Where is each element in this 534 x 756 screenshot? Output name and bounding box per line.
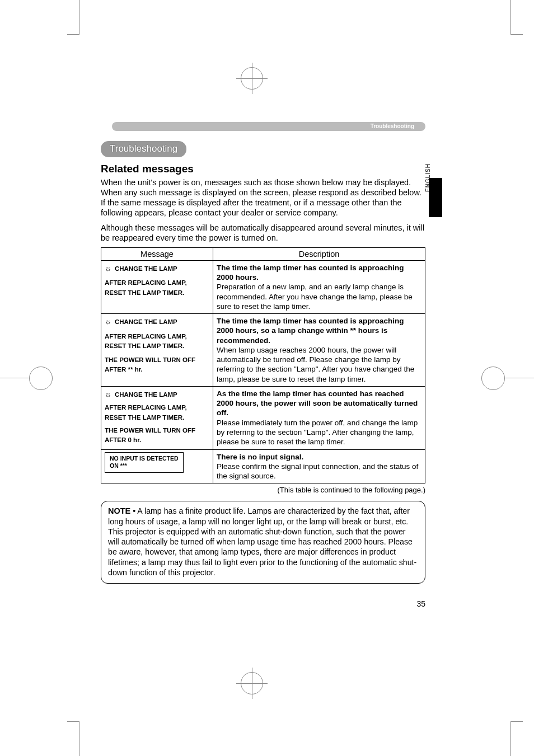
table-header-message: Message [101, 247, 213, 260]
msg-line: NO INPUT IS DETECTED [110, 455, 179, 462]
intro-paragraph-2: Although these messages will be automati… [101, 223, 425, 243]
print-mark [241, 672, 263, 694]
section-pill: Troubleshooting [101, 141, 186, 157]
message-cell: ☼CHANGE THE LAMP AFTER REPLACING LAMP, R… [101, 314, 213, 387]
table-header-description: Description [213, 247, 425, 260]
msg-line: CHANGE THE LAMP [115, 391, 177, 398]
content-area: Troubleshooting ENGLISH Troubleshooting … [101, 128, 425, 584]
description-cell: The time the lamp timer has counted is a… [213, 314, 425, 387]
table-row: ☼CHANGE THE LAMP AFTER REPLACING LAMP, R… [101, 314, 425, 387]
msg-line: THE POWER WILL TURN OFF AFTER ** hr. [105, 355, 209, 375]
description-cell: There is no input signal. Please confirm… [213, 449, 425, 483]
breadcrumb-label: Troubleshooting [365, 122, 420, 131]
msg-line: CHANGE THE LAMP [115, 318, 177, 325]
language-tab-text: ENGLISH [425, 185, 431, 192]
message-cell: ☼CHANGE THE LAMP AFTER REPLACING LAMP, R… [101, 260, 213, 313]
note-box: NOTE • A lamp has a finite product life.… [101, 501, 425, 584]
print-mark [489, 367, 534, 389]
print-mark [0, 367, 45, 389]
sun-icon: ☼ [105, 264, 111, 273]
description-cell: The time the lamp timer has counted is a… [213, 260, 425, 313]
msg-line: AFTER REPLACING LAMP, RESET THE LAMP TIM… [105, 278, 209, 298]
section-heading: Related messages [101, 163, 425, 175]
note-label: NOTE [108, 506, 130, 515]
desc-bold: As the time the lamp timer has counted h… [217, 389, 418, 417]
print-mark [510, 0, 523, 35]
print-mark [67, 0, 79, 35]
desc-bold: The time the lamp timer has counted is a… [217, 317, 404, 345]
desc-bold: There is no input signal. [217, 453, 303, 461]
boxed-message: NO INPUT IS DETECTED ON *** [105, 452, 184, 473]
desc-text: When lamp usage reaches 2000 hours, the … [217, 346, 414, 383]
desc-text: Please immediately turn the power off, a… [217, 419, 418, 447]
msg-line: AFTER REPLACING LAMP, RESET THE LAMP TIM… [105, 403, 209, 422]
message-cell: ☼CHANGE THE LAMP AFTER REPLACING LAMP, R… [101, 386, 213, 449]
intro-paragraph-1: When the unit's power is on, messages su… [101, 177, 425, 218]
desc-bold: The time the lamp timer has counted is a… [217, 264, 404, 281]
table-row: ☼CHANGE THE LAMP AFTER REPLACING LAMP, R… [101, 386, 425, 449]
print-mark [67, 721, 79, 756]
msg-line: THE POWER WILL TURN OFF AFTER 0 hr. [105, 426, 209, 445]
msg-line: ON *** [110, 462, 127, 469]
desc-text: Please confirm the signal input connecti… [217, 462, 418, 480]
sun-icon: ☼ [105, 317, 111, 326]
table-continued-note: (This table is continued to the followin… [101, 486, 425, 494]
print-mark [510, 721, 523, 756]
message-cell: NO INPUT IS DETECTED ON *** [101, 449, 213, 483]
breadcrumb-bar: Troubleshooting [112, 122, 425, 131]
table-row: NO INPUT IS DETECTED ON *** There is no … [101, 449, 425, 483]
page-root: Troubleshooting ENGLISH Troubleshooting … [0, 0, 534, 756]
description-cell: As the time the lamp timer has counted h… [213, 386, 425, 449]
msg-line: AFTER REPLACING LAMP, RESET THE LAMP TIM… [105, 332, 209, 351]
table-row: ☼CHANGE THE LAMP AFTER REPLACING LAMP, R… [101, 260, 425, 313]
msg-line: CHANGE THE LAMP [115, 265, 177, 272]
note-text: • A lamp has a finite product life. Lamp… [108, 506, 416, 576]
sun-icon: ☼ [105, 390, 111, 398]
print-mark [241, 67, 263, 90]
desc-text: Preparation of a new lamp, and an early … [217, 283, 413, 311]
page-number: 35 [416, 599, 425, 608]
messages-table: Message Description ☼CHANGE THE LAMP AFT… [101, 247, 425, 484]
